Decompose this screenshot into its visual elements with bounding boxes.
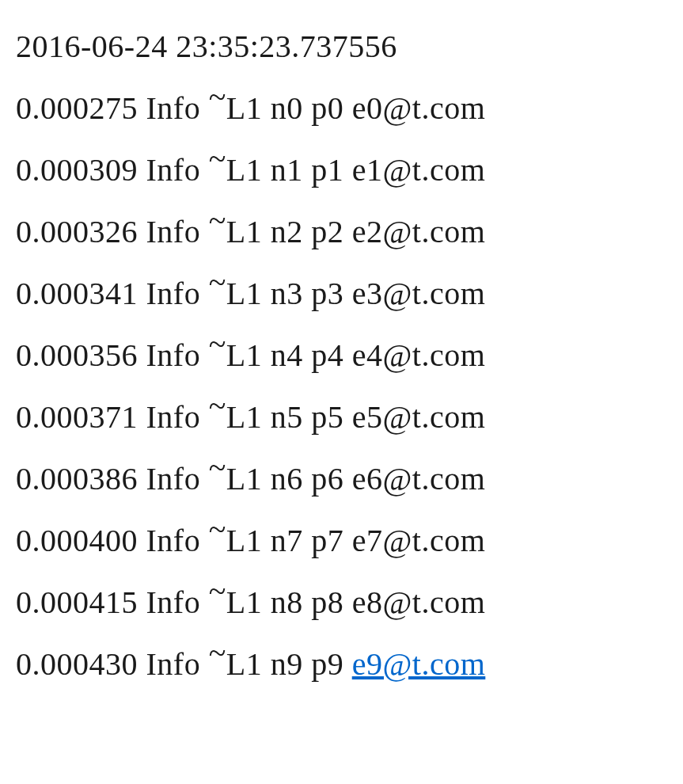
log-time: 0.000326 — [16, 214, 138, 249]
log-time: 0.000415 — [16, 584, 138, 620]
log-row: 0.000341 Info ~L1 n3 p3 e3@t.com — [16, 263, 667, 325]
log-p: p6 — [311, 461, 343, 497]
log-p: p0 — [311, 90, 343, 126]
log-email: e4@t.com — [352, 337, 486, 373]
log-level: Info — [146, 276, 201, 311]
log-level: Info — [146, 461, 201, 497]
log-n: n1 — [271, 152, 303, 188]
log-p: p9 — [311, 646, 343, 682]
log-n: n2 — [271, 214, 303, 249]
log-email: e8@t.com — [352, 584, 486, 620]
log-time: 0.000386 — [16, 461, 138, 497]
log-time: 0.000341 — [16, 276, 138, 311]
log-email-link[interactable]: e9@t.com — [352, 646, 486, 682]
tilde-icon: ~ — [209, 561, 226, 622]
log-n: n7 — [271, 523, 303, 558]
tilde-icon: ~ — [209, 499, 226, 561]
tilde-icon: ~ — [209, 128, 226, 190]
tilde-icon: ~ — [209, 67, 226, 128]
log-p: p1 — [311, 152, 343, 188]
log-row: 0.000415 Info ~L1 n8 p8 e8@t.com — [16, 572, 667, 634]
tilde-icon: ~ — [209, 314, 226, 375]
log-tag: L1 — [226, 152, 262, 188]
log-n: n6 — [271, 461, 303, 497]
log-tag: L1 — [226, 399, 262, 435]
log-p: p2 — [311, 214, 343, 249]
log-level: Info — [146, 646, 201, 682]
log-level: Info — [146, 523, 201, 558]
log-row: 0.000309 Info ~L1 n1 p1 e1@t.com — [16, 139, 667, 201]
log-p: p7 — [311, 523, 343, 558]
log-email: e1@t.com — [352, 152, 486, 188]
log-n: n3 — [271, 276, 303, 311]
log-time: 0.000371 — [16, 399, 138, 435]
log-n: n4 — [271, 337, 303, 373]
tilde-icon: ~ — [209, 622, 226, 684]
log-n: n5 — [271, 399, 303, 435]
log-n: n9 — [271, 646, 303, 682]
log-email: e5@t.com — [352, 399, 486, 435]
log-tag: L1 — [226, 337, 262, 373]
log-time: 0.000275 — [16, 90, 138, 126]
log-container: 2016-06-24 23:35:23.737556 0.000275 Info… — [16, 16, 667, 695]
log-row: 0.000356 Info ~L1 n4 p4 e4@t.com — [16, 325, 667, 386]
log-p: p8 — [311, 584, 343, 620]
log-email: e7@t.com — [352, 523, 486, 558]
log-email: e6@t.com — [352, 461, 486, 497]
log-tag: L1 — [226, 584, 262, 620]
log-time: 0.000400 — [16, 523, 138, 558]
log-row: 0.000386 Info ~L1 n6 p6 e6@t.com — [16, 448, 667, 510]
log-level: Info — [146, 214, 201, 249]
log-row: 0.000430 Info ~L1 n9 p9 e9@t.com — [16, 634, 667, 695]
log-tag: L1 — [226, 523, 262, 558]
log-tag: L1 — [226, 214, 262, 249]
log-level: Info — [146, 337, 201, 373]
log-tag: L1 — [226, 646, 262, 682]
log-row: 0.000400 Info ~L1 n7 p7 e7@t.com — [16, 510, 667, 572]
log-tag: L1 — [226, 461, 262, 497]
log-time: 0.000309 — [16, 152, 138, 188]
tilde-icon: ~ — [209, 437, 226, 499]
log-level: Info — [146, 90, 201, 126]
log-header: 2016-06-24 23:35:23.737556 — [16, 16, 667, 78]
log-row: 0.000326 Info ~L1 n2 p2 e2@t.com — [16, 201, 667, 263]
log-level: Info — [146, 584, 201, 620]
tilde-icon: ~ — [209, 252, 226, 314]
log-time: 0.000356 — [16, 337, 138, 373]
log-email: e2@t.com — [352, 214, 486, 249]
log-row: 0.000275 Info ~L1 n0 p0 e0@t.com — [16, 78, 667, 139]
log-p: p5 — [311, 399, 343, 435]
log-n: n8 — [271, 584, 303, 620]
log-p: p4 — [311, 337, 343, 373]
log-email: e0@t.com — [352, 90, 486, 126]
log-email: e3@t.com — [352, 276, 486, 311]
log-tag: L1 — [226, 90, 262, 126]
log-row: 0.000371 Info ~L1 n5 p5 e5@t.com — [16, 386, 667, 448]
tilde-icon: ~ — [209, 375, 226, 437]
log-level: Info — [146, 152, 201, 188]
log-level: Info — [146, 399, 201, 435]
log-time: 0.000430 — [16, 646, 138, 682]
log-n: n0 — [271, 90, 303, 126]
tilde-icon: ~ — [209, 190, 226, 252]
log-tag: L1 — [226, 276, 262, 311]
log-p: p3 — [311, 276, 343, 311]
